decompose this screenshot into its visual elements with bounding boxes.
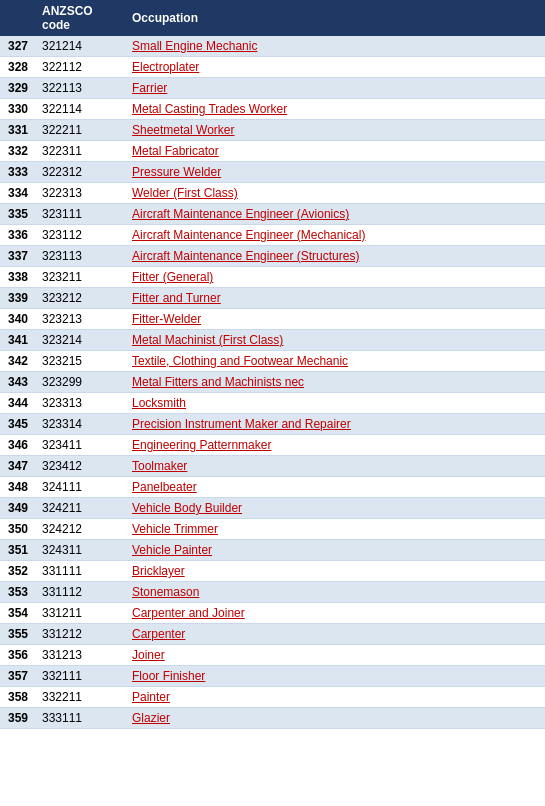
anzsco-code: 322211 (36, 120, 126, 141)
table-row: 332322311Metal Fabricator (0, 141, 545, 162)
occupation-link[interactable]: Textile, Clothing and Footwear Mechanic (132, 354, 348, 368)
occupation-cell[interactable]: Aircraft Maintenance Engineer (Structure… (126, 246, 545, 267)
occupation-link[interactable]: Welder (First Class) (132, 186, 238, 200)
occupation-cell[interactable]: Carpenter and Joiner (126, 603, 545, 624)
anzsco-code: 323412 (36, 456, 126, 477)
occupation-link[interactable]: Toolmaker (132, 459, 187, 473)
occupation-link[interactable]: Aircraft Maintenance Engineer (Structure… (132, 249, 359, 263)
occupation-link[interactable]: Carpenter and Joiner (132, 606, 245, 620)
occupation-cell[interactable]: Farrier (126, 78, 545, 99)
occupation-link[interactable]: Fitter and Turner (132, 291, 221, 305)
occupation-link[interactable]: Precision Instrument Maker and Repairer (132, 417, 351, 431)
occupation-cell[interactable]: Pressure Welder (126, 162, 545, 183)
occupation-cell[interactable]: Floor Finisher (126, 666, 545, 687)
table-row: 352331111Bricklayer (0, 561, 545, 582)
row-number: 332 (0, 141, 36, 162)
table-row: 353331112Stonemason (0, 582, 545, 603)
row-number: 328 (0, 57, 36, 78)
occupation-cell[interactable]: Aircraft Maintenance Engineer (Avionics) (126, 204, 545, 225)
row-number: 331 (0, 120, 36, 141)
occupation-cell[interactable]: Engineering Patternmaker (126, 435, 545, 456)
occupation-cell[interactable]: Aircraft Maintenance Engineer (Mechanica… (126, 225, 545, 246)
occupation-cell[interactable]: Vehicle Painter (126, 540, 545, 561)
row-number: 351 (0, 540, 36, 561)
occupation-link[interactable]: Fitter (General) (132, 270, 213, 284)
occupation-link[interactable]: Pressure Welder (132, 165, 221, 179)
occupation-cell[interactable]: Toolmaker (126, 456, 545, 477)
occupation-link[interactable]: Fitter-Welder (132, 312, 201, 326)
occupation-link[interactable]: Painter (132, 690, 170, 704)
occupation-cell[interactable]: Carpenter (126, 624, 545, 645)
occupation-link[interactable]: Metal Fitters and Machinists nec (132, 375, 304, 389)
table-row: 341323214Metal Machinist (First Class) (0, 330, 545, 351)
occupation-link[interactable]: Stonemason (132, 585, 199, 599)
table-row: 329322113Farrier (0, 78, 545, 99)
occupation-link[interactable]: Joiner (132, 648, 165, 662)
occupation-cell[interactable]: Electroplater (126, 57, 545, 78)
anzsco-code: 323299 (36, 372, 126, 393)
row-number: 352 (0, 561, 36, 582)
occupation-link[interactable]: Aircraft Maintenance Engineer (Mechanica… (132, 228, 365, 242)
occupation-link[interactable]: Farrier (132, 81, 167, 95)
occupation-cell[interactable]: Stonemason (126, 582, 545, 603)
occupation-link[interactable]: Vehicle Trimmer (132, 522, 218, 536)
occupation-link[interactable]: Floor Finisher (132, 669, 205, 683)
occupation-link[interactable]: Sheetmetal Worker (132, 123, 235, 137)
occupation-cell[interactable]: Precision Instrument Maker and Repairer (126, 414, 545, 435)
occupation-cell[interactable]: Fitter and Turner (126, 288, 545, 309)
table-row: 348324111Panelbeater (0, 477, 545, 498)
table-row: 330322114Metal Casting Trades Worker (0, 99, 545, 120)
occupation-link[interactable]: Vehicle Body Builder (132, 501, 242, 515)
occupation-cell[interactable]: Textile, Clothing and Footwear Mechanic (126, 351, 545, 372)
anzsco-code: 322114 (36, 99, 126, 120)
occupation-link[interactable]: Locksmith (132, 396, 186, 410)
anzsco-code: 323213 (36, 309, 126, 330)
occupation-cell[interactable]: Metal Machinist (First Class) (126, 330, 545, 351)
occupation-cell[interactable]: Fitter-Welder (126, 309, 545, 330)
occupation-cell[interactable]: Joiner (126, 645, 545, 666)
occupation-link[interactable]: Small Engine Mechanic (132, 39, 257, 53)
occupation-cell[interactable]: Welder (First Class) (126, 183, 545, 204)
anzsco-code: 322313 (36, 183, 126, 204)
occupation-link[interactable]: Electroplater (132, 60, 199, 74)
anzsco-code: 322112 (36, 57, 126, 78)
occupation-cell[interactable]: Metal Fitters and Machinists nec (126, 372, 545, 393)
anzsco-code: 323212 (36, 288, 126, 309)
row-number: 355 (0, 624, 36, 645)
anzsco-code: 323215 (36, 351, 126, 372)
occupation-cell[interactable]: Panelbeater (126, 477, 545, 498)
occupation-link[interactable]: Carpenter (132, 627, 185, 641)
occupation-link[interactable]: Aircraft Maintenance Engineer (Avionics) (132, 207, 349, 221)
occupation-cell[interactable]: Glazier (126, 708, 545, 729)
anzsco-code: 331212 (36, 624, 126, 645)
occupation-link[interactable]: Engineering Patternmaker (132, 438, 271, 452)
occupation-link[interactable]: Metal Casting Trades Worker (132, 102, 287, 116)
occupation-cell[interactable]: Metal Casting Trades Worker (126, 99, 545, 120)
occupation-cell[interactable]: Fitter (General) (126, 267, 545, 288)
row-number: 356 (0, 645, 36, 666)
table-row: 328322112Electroplater (0, 57, 545, 78)
table-row: 339323212Fitter and Turner (0, 288, 545, 309)
occupation-link[interactable]: Metal Fabricator (132, 144, 219, 158)
occupation-cell[interactable]: Locksmith (126, 393, 545, 414)
occupation-link[interactable]: Metal Machinist (First Class) (132, 333, 283, 347)
row-number: 327 (0, 36, 36, 57)
occupation-cell[interactable]: Vehicle Body Builder (126, 498, 545, 519)
occupation-link[interactable]: Glazier (132, 711, 170, 725)
occupation-link[interactable]: Bricklayer (132, 564, 185, 578)
occupation-cell[interactable]: Sheetmetal Worker (126, 120, 545, 141)
occupation-cell[interactable]: Bricklayer (126, 561, 545, 582)
occupation-link[interactable]: Vehicle Painter (132, 543, 212, 557)
table-row: 356331213Joiner (0, 645, 545, 666)
row-number: 359 (0, 708, 36, 729)
occupation-cell[interactable]: Painter (126, 687, 545, 708)
occupation-cell[interactable]: Metal Fabricator (126, 141, 545, 162)
anzsco-code: 321214 (36, 36, 126, 57)
row-number: 338 (0, 267, 36, 288)
table-row: 349324211Vehicle Body Builder (0, 498, 545, 519)
anzsco-code: 323314 (36, 414, 126, 435)
table-row: 358332211Painter (0, 687, 545, 708)
occupation-cell[interactable]: Small Engine Mechanic (126, 36, 545, 57)
occupation-link[interactable]: Panelbeater (132, 480, 197, 494)
occupation-cell[interactable]: Vehicle Trimmer (126, 519, 545, 540)
